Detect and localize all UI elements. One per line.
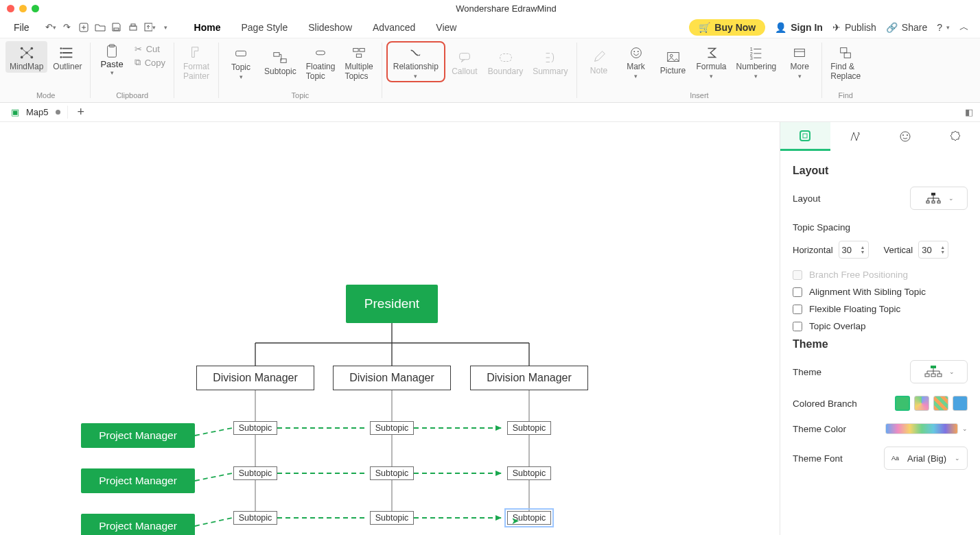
mark-button[interactable]: Mark▾ [618, 41, 654, 81]
node-sub-2-3[interactable]: Subtopic [370, 511, 414, 525]
node-sub-1-1[interactable]: Subtopic [233, 421, 277, 435]
sp-theme-color-label: Theme Color [793, 424, 846, 434]
svg-rect-22 [459, 54, 469, 60]
node-sub-3-2[interactable]: Subtopic [507, 466, 551, 480]
layout-dropdown[interactable]: ⌄ [910, 187, 968, 210]
multiple-topics-button[interactable]: Multiple Topics [340, 41, 377, 82]
theme-dropdown[interactable]: ⌄ [910, 360, 968, 383]
topic-label: Topic [231, 62, 250, 72]
node-division-1[interactable]: Division Manager [196, 366, 314, 390]
mode-mindmap-button[interactable]: MindMap [5, 41, 47, 73]
numbering-button[interactable]: 123 Numbering▾ [732, 41, 781, 81]
node-pm-2[interactable]: Project Manager [81, 468, 195, 493]
new-icon[interactable] [78, 21, 90, 34]
theme-color-bar[interactable] [885, 423, 958, 434]
more-button[interactable]: More▾ [782, 41, 817, 81]
relationship-button[interactable]: Relationship▾ [386, 41, 445, 82]
svg-rect-32 [795, 49, 805, 57]
picture-button[interactable]: Picture [655, 41, 691, 81]
tab-view[interactable]: View [432, 18, 460, 37]
node-sub-3-1[interactable]: Subtopic [507, 421, 551, 435]
redo-icon[interactable]: ↷ [61, 21, 73, 34]
find-replace-button[interactable]: Find & Replace [826, 41, 865, 82]
paste-button[interactable]: Paste ▾ [95, 41, 128, 79]
chk-flex-float[interactable]: Flexible Floating Topic [793, 304, 968, 314]
sidepanel-tab-icon[interactable] [880, 122, 931, 151]
svg-point-26 [637, 51, 638, 52]
tab-slideshow[interactable]: Slideshow [304, 18, 356, 37]
help-button[interactable]: ? ▾ [937, 22, 950, 33]
add-tab-button[interactable]: + [73, 105, 89, 119]
branch-swatch-4[interactable] [953, 396, 968, 411]
svg-rect-40 [931, 193, 935, 195]
share-button[interactable]: 🔗 Share [886, 22, 927, 33]
svg-rect-44 [931, 366, 936, 368]
undo-icon[interactable]: ↶▾ [45, 21, 57, 34]
sidepanel-tab-layout[interactable] [780, 122, 830, 151]
node-president[interactable]: President [346, 285, 438, 323]
window-zoom-icon[interactable] [32, 5, 39, 12]
menu-file[interactable]: File [5, 19, 38, 36]
tab-home[interactable]: Home [190, 18, 225, 37]
svg-rect-2 [130, 26, 137, 30]
collapse-ribbon-icon[interactable]: ︿ [959, 21, 969, 34]
svg-rect-19 [353, 49, 358, 52]
subtopic-button[interactable]: Subtopic [260, 41, 301, 82]
save-icon[interactable] [110, 21, 123, 34]
node-pm-3[interactable]: Project Manager [81, 514, 195, 535]
chk-branch-free: Branch Free Positioning [793, 270, 968, 280]
formula-button[interactable]: Formula▾ [692, 41, 731, 81]
branch-swatch-3[interactable] [933, 396, 948, 411]
branch-swatch-1[interactable] [895, 396, 910, 411]
open-icon[interactable] [94, 21, 106, 34]
vertical-spacing-input[interactable]: 30▲▼ [918, 241, 948, 259]
svg-rect-36 [803, 134, 807, 138]
print-icon[interactable] [127, 21, 139, 34]
cut-button[interactable]: ✂ Cut [135, 44, 165, 54]
node-sub-2-2[interactable]: Subtopic [370, 466, 414, 480]
callout-button[interactable]: Callout [447, 41, 482, 82]
node-sub-1-3[interactable]: Subtopic [233, 511, 277, 525]
node-dm1-text: Division Manager [213, 372, 298, 384]
svg-rect-15 [236, 51, 246, 56]
canvas[interactable]: President Division Manager Division Mana… [0, 122, 780, 535]
mode-outliner-button[interactable]: Outliner [49, 41, 86, 73]
paste-label: Paste [100, 59, 123, 69]
sign-in-button[interactable]: 👤 Sign In [775, 22, 823, 33]
toggle-panel-icon[interactable]: ◧ [958, 106, 980, 119]
copy-button[interactable]: ⧉ Copy [135, 57, 165, 68]
node-dm2-text: Division Manager [349, 372, 434, 384]
buy-now-button[interactable]: 🛒 Buy Now [689, 19, 765, 36]
window-minimize-icon[interactable] [19, 5, 27, 12]
export-icon[interactable]: ▾ [143, 21, 156, 34]
formula-label: Formula [697, 62, 727, 71]
node-division-3[interactable]: Division Manager [470, 366, 588, 390]
chk-overlap[interactable]: Topic Overlap [793, 321, 968, 331]
svg-point-24 [631, 48, 641, 58]
node-sub-1-2[interactable]: Subtopic [233, 466, 277, 480]
branch-swatch-2[interactable] [914, 396, 929, 411]
tab-advanced[interactable]: Advanced [369, 18, 419, 37]
chk-align-sibling[interactable]: Alignment With Sibling Topic [793, 287, 968, 297]
format-painter-button[interactable]: Format Painter [178, 41, 214, 82]
node-pm-1[interactable]: Project Manager [81, 423, 195, 448]
document-tab[interactable]: ▣ Map5 [4, 106, 68, 119]
doc-modified-icon [56, 110, 60, 115]
node-division-2[interactable]: Division Manager [333, 366, 451, 390]
sidepanel-tab-clipart[interactable] [930, 122, 980, 151]
horizontal-spacing-input[interactable]: 30▲▼ [839, 241, 869, 259]
sidepanel-tab-style[interactable] [830, 122, 880, 151]
floating-topic-button[interactable]: Floating Topic [302, 41, 340, 82]
qat-customize-icon[interactable]: ▾ [160, 21, 172, 34]
publish-button[interactable]: ✈ Publish [832, 22, 876, 33]
theme-font-dropdown[interactable]: Aa Arial (Big) ⌄ [884, 447, 968, 470]
summary-button[interactable]: Summary [528, 41, 572, 82]
format-painter-label: Format Painter [183, 62, 209, 81]
node-sub-2-1[interactable]: Subtopic [370, 421, 414, 435]
note-button[interactable]: Note [581, 41, 617, 81]
tab-page-style[interactable]: Page Style [237, 18, 292, 37]
boundary-button[interactable]: Boundary [484, 41, 527, 82]
svg-point-37 [900, 132, 910, 141]
topic-button[interactable]: Topic▾ [223, 41, 259, 82]
window-close-icon[interactable] [7, 5, 14, 12]
